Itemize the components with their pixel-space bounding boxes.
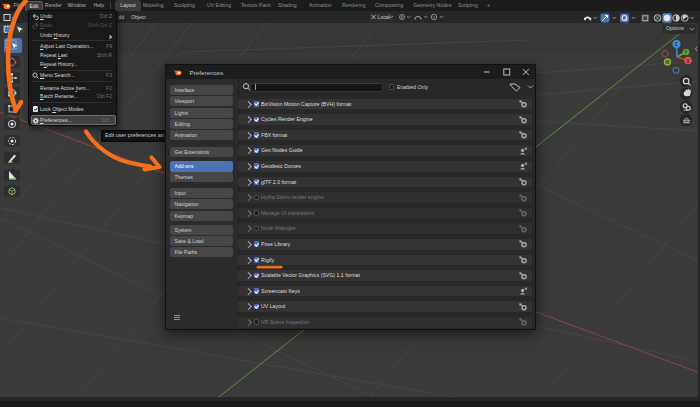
svg-text:Y: Y [684, 50, 687, 55]
svg-text:Z: Z [675, 42, 678, 47]
svg-text:Local: Local [378, 14, 390, 20]
